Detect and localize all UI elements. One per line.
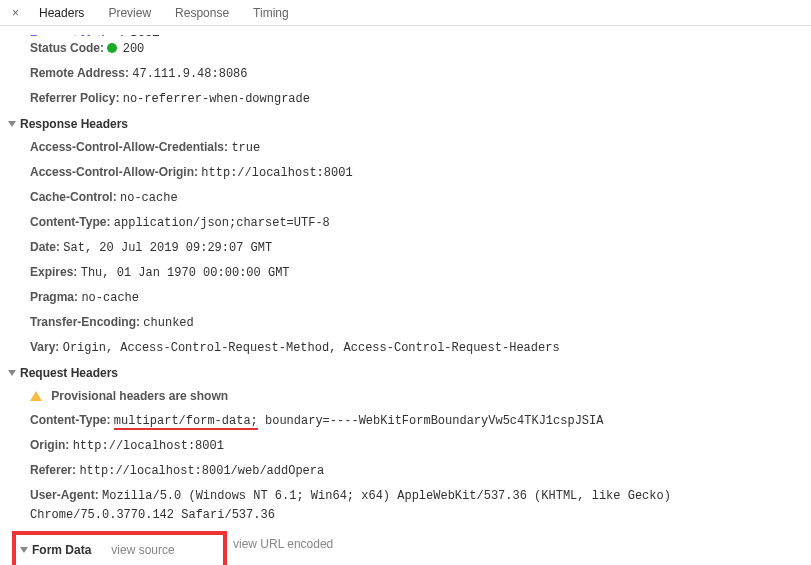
tab-response[interactable]: Response bbox=[163, 1, 241, 25]
cache-label: Cache-Control: bbox=[30, 190, 117, 204]
vary-value: Origin, Access-Control-Request-Method, A… bbox=[63, 341, 560, 355]
row-form-body: body: [object Object] bbox=[16, 561, 223, 565]
vary-label: Vary: bbox=[30, 340, 59, 354]
cache-value: no-cache bbox=[120, 191, 178, 205]
referrer-policy-value: no-referrer-when-downgrade bbox=[123, 92, 310, 106]
row-req-content-type: Content-Type: multipart/form-data; bound… bbox=[8, 408, 811, 433]
pragma-label: Pragma: bbox=[30, 290, 78, 304]
request-headers-title: Request Headers bbox=[20, 366, 118, 380]
origin-value: http://localhost:8001 bbox=[73, 439, 224, 453]
chevron-down-icon bbox=[8, 121, 16, 127]
chevron-down-icon bbox=[20, 547, 28, 553]
form-data-title: Form Data bbox=[32, 543, 91, 557]
section-form-data[interactable]: Form Data view source bbox=[16, 537, 223, 561]
referrer-policy-label: Referrer Policy: bbox=[30, 91, 119, 105]
ua-label: User-Agent: bbox=[30, 488, 99, 502]
row-status-code: Status Code: 200 bbox=[8, 36, 811, 61]
devtools-tabs: × Headers Preview Response Timing bbox=[0, 0, 811, 26]
referer-label: Referer: bbox=[30, 463, 76, 477]
tenc-value: chunked bbox=[143, 316, 193, 330]
date-label: Date: bbox=[30, 240, 60, 254]
pragma-value: no-cache bbox=[81, 291, 139, 305]
tab-timing[interactable]: Timing bbox=[241, 1, 301, 25]
form-data-highlight-box: Form Data view source body: [object Obje… bbox=[12, 531, 227, 565]
acao-value: http://localhost:8001 bbox=[201, 166, 352, 180]
request-method-label: Request Method: bbox=[30, 33, 127, 36]
section-request-headers[interactable]: Request Headers bbox=[8, 360, 811, 384]
row-remote-address: Remote Address: 47.111.9.48:8086 bbox=[8, 61, 811, 86]
view-url-encoded-link[interactable]: view URL encoded bbox=[233, 537, 333, 551]
acao-label: Access-Control-Allow-Origin: bbox=[30, 165, 198, 179]
expires-label: Expires: bbox=[30, 265, 77, 279]
view-source-link[interactable]: view source bbox=[111, 543, 174, 557]
response-headers-title: Response Headers bbox=[20, 117, 128, 131]
expires-value: Thu, 01 Jan 1970 00:00:00 GMT bbox=[81, 266, 290, 280]
headers-panel: Request Method: POST Status Code: 200 Re… bbox=[0, 26, 811, 565]
tab-headers[interactable]: Headers bbox=[27, 1, 96, 25]
remote-address-label: Remote Address: bbox=[30, 66, 129, 80]
acac-label: Access-Control-Allow-Credentials: bbox=[30, 140, 228, 154]
origin-label: Origin: bbox=[30, 438, 69, 452]
row-provisional: Provisional headers are shown bbox=[8, 384, 811, 408]
provisional-text: Provisional headers are shown bbox=[51, 389, 228, 403]
row-referrer-policy: Referrer Policy: no-referrer-when-downgr… bbox=[8, 86, 811, 111]
date-value: Sat, 20 Jul 2019 09:29:07 GMT bbox=[63, 241, 272, 255]
remote-address-value: 47.111.9.48:8086 bbox=[132, 67, 247, 81]
status-code-label: Status Code: bbox=[30, 41, 104, 55]
request-method-value: POST bbox=[131, 34, 160, 36]
chevron-down-icon bbox=[8, 370, 16, 376]
referer-value: http://localhost:8001/web/addOpera bbox=[79, 464, 324, 478]
acac-value: true bbox=[231, 141, 260, 155]
close-icon[interactable]: × bbox=[4, 6, 27, 20]
status-code-value: 200 bbox=[123, 42, 145, 56]
req-ctype-label: Content-Type: bbox=[30, 413, 110, 427]
resp-ctype-label: Content-Type: bbox=[30, 215, 110, 229]
req-ctype-highlight: multipart/form-data; bbox=[114, 414, 258, 430]
warning-icon bbox=[30, 391, 42, 401]
status-dot-icon bbox=[107, 43, 117, 53]
ua-value: Mozilla/5.0 (Windows NT 6.1; Win64; x64)… bbox=[30, 489, 671, 522]
tab-preview[interactable]: Preview bbox=[96, 1, 163, 25]
req-ctype-rest: boundary=----WebKitFormBoundaryVw5c4TKJ1… bbox=[258, 414, 604, 428]
tenc-label: Transfer-Encoding: bbox=[30, 315, 140, 329]
section-response-headers[interactable]: Response Headers bbox=[8, 111, 811, 135]
resp-ctype-value: application/json;charset=UTF-8 bbox=[114, 216, 330, 230]
